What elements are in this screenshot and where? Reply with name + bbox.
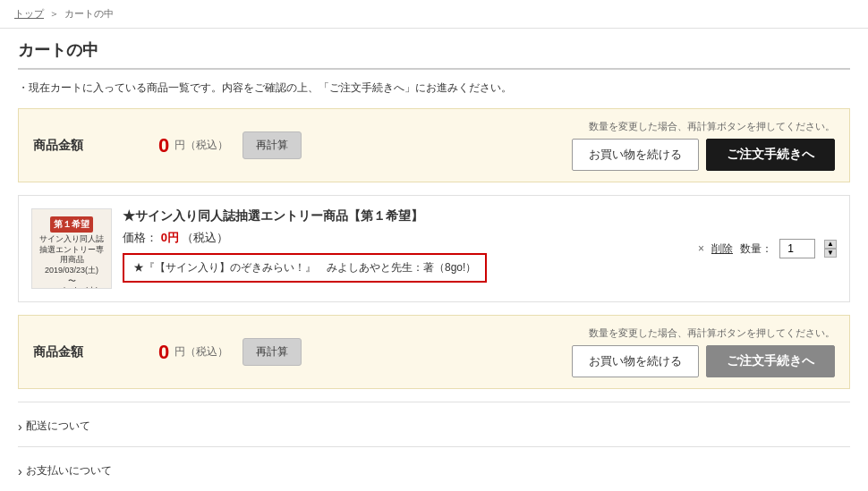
product-image-label3: 抽選エントリー専用商品 — [39, 245, 104, 266]
breadcrumb-current: カートの中 — [64, 8, 114, 19]
product-image-label1: 第１希望 — [50, 216, 93, 233]
product-image-label5: 〜 — [68, 276, 76, 287]
summary-bottom-right: 数量を変更した場合、再計算ボタンを押してください。 お買い物を続ける ご注文手続… — [572, 326, 835, 377]
product-price-label: 価格： — [123, 231, 157, 244]
qty-up-button[interactable]: ▲ — [824, 240, 837, 249]
expand-payment-label: お支払いについて — [26, 463, 112, 478]
summary-bottom-actions: お買い物を続ける ご注文手続きへ — [572, 345, 835, 377]
continue-shopping-bottom-button[interactable]: お買い物を続ける — [572, 345, 699, 377]
summary-top-label: 商品金額 — [33, 138, 105, 154]
summary-top-note: 数量を変更した場合、再計算ボタンを押してください。 — [589, 120, 835, 133]
product-image-label2: サイン入り同人誌 — [39, 234, 104, 245]
summary-top-actions: お買い物を続ける ご注文手続きへ — [572, 139, 835, 171]
checkout-bottom-button[interactable]: ご注文手続きへ — [706, 345, 835, 377]
product-price-unit: （税込） — [182, 231, 228, 244]
checkout-top-button[interactable]: ご注文手続きへ — [706, 139, 835, 171]
summary-bottom-price-unit: 円（税込） — [174, 344, 228, 360]
recalc-top-button[interactable]: 再計算 — [243, 131, 302, 159]
summary-bar-bottom: 商品金額 0 円（税込） 再計算 数量を変更した場合、再計算ボタンを押してくださ… — [18, 315, 850, 389]
product-image-label4: 2019/03/23(土) — [45, 266, 98, 276]
product-actions: × 削除 数量： ▲ ▼ — [698, 239, 837, 258]
summary-bottom-label: 商品金額 — [33, 344, 105, 360]
summary-top-price: 0 — [158, 134, 169, 157]
product-image-label6: 2019/03/27(水) — [45, 286, 98, 289]
info-message: ・現在カートに入っている商品一覧です。内容をご確認の上、「ご注文手続きへ」にお進… — [18, 80, 850, 96]
qty-input[interactable] — [779, 239, 815, 258]
product-row: 第１希望 サイン入り同人誌 抽選エントリー専用商品 2019/03/23(土) … — [31, 208, 837, 289]
summary-top-right: 数量を変更した場合、再計算ボタンを押してください。 お買い物を続ける ご注文手続… — [572, 120, 835, 171]
divider1 — [18, 402, 850, 402]
product-section: 第１希望 サイン入り同人誌 抽選エントリー専用商品 2019/03/23(土) … — [18, 195, 850, 302]
divider2 — [18, 446, 850, 447]
delete-button[interactable]: 削除 — [711, 241, 733, 257]
product-title-link[interactable]: ★サイン入り同人誌抽選エントリー商品【第１希望】 — [123, 208, 423, 223]
product-price-value: 0円 — [161, 231, 179, 244]
expand-item-payment[interactable]: お支払いについて — [18, 456, 850, 486]
product-detail-box: ★『【サイン入り】のぞきみらい！』 みよしあやと先生：著（8go!） — [123, 253, 487, 283]
qty-down-button[interactable]: ▼ — [824, 249, 837, 258]
qty-label: 数量： — [740, 241, 772, 257]
continue-shopping-top-button[interactable]: お買い物を続ける — [572, 139, 699, 171]
recalc-bottom-button[interactable]: 再計算 — [243, 338, 302, 366]
summary-top-price-unit: 円（税込） — [174, 138, 228, 153]
product-price-line: 価格： 0円 （税込） — [123, 230, 687, 246]
product-title: ★サイン入り同人誌抽選エントリー商品【第１希望】 — [123, 208, 687, 224]
page-title: カートの中 — [18, 39, 850, 70]
expand-shipping-label: 配送について — [26, 419, 90, 434]
summary-bottom-price: 0 — [158, 341, 169, 364]
breadcrumb: トップ ＞ カートの中 — [0, 0, 868, 29]
summary-bar-top: 商品金額 0 円（税込） 再計算 数量を変更した場合、再計算ボタンを押してくださ… — [18, 108, 850, 182]
expand-item-shipping[interactable]: 配送について — [18, 411, 850, 441]
delete-x-icon: × — [698, 242, 704, 255]
breadcrumb-top-link[interactable]: トップ — [14, 8, 44, 19]
product-info: ★サイン入り同人誌抽選エントリー商品【第１希望】 価格： 0円 （税込） ★『【… — [123, 208, 687, 283]
product-image: 第１希望 サイン入り同人誌 抽選エントリー専用商品 2019/03/23(土) … — [31, 208, 112, 289]
qty-spinner: ▲ ▼ — [824, 240, 837, 258]
summary-bottom-note: 数量を変更した場合、再計算ボタンを押してください。 — [589, 326, 835, 340]
breadcrumb-separator: ＞ — [47, 8, 64, 19]
